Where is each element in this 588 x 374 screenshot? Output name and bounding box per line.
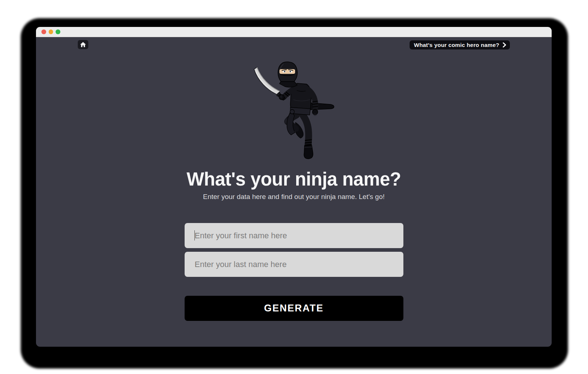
text-caret (194, 230, 195, 240)
comic-hero-link[interactable]: What's your comic hero name? (410, 40, 510, 49)
minimize-window-button[interactable] (49, 29, 53, 34)
page-content: What's your comic hero name? (36, 37, 552, 347)
page-title: What's your ninja name? (185, 167, 403, 191)
home-button[interactable] (78, 40, 88, 49)
comic-hero-link-label: What's your comic hero name? (414, 42, 499, 48)
last-name-input[interactable] (185, 252, 403, 277)
page-subtitle: Enter your data here and find out your n… (185, 192, 403, 202)
close-window-button[interactable] (41, 29, 46, 34)
browser-window: What's your comic hero name? (36, 27, 552, 347)
zoom-window-button[interactable] (56, 29, 60, 34)
generate-button[interactable]: GENERATE (185, 296, 403, 321)
window-titlebar (36, 27, 552, 37)
ninja-name-form-section: What's your ninja name? Enter your data … (185, 37, 403, 321)
home-icon (80, 42, 86, 47)
desktop-background: What's your comic hero name? (0, 0, 588, 374)
ninja-illustration (253, 61, 335, 160)
chevron-right-icon (503, 42, 506, 48)
first-name-input[interactable] (185, 223, 403, 248)
